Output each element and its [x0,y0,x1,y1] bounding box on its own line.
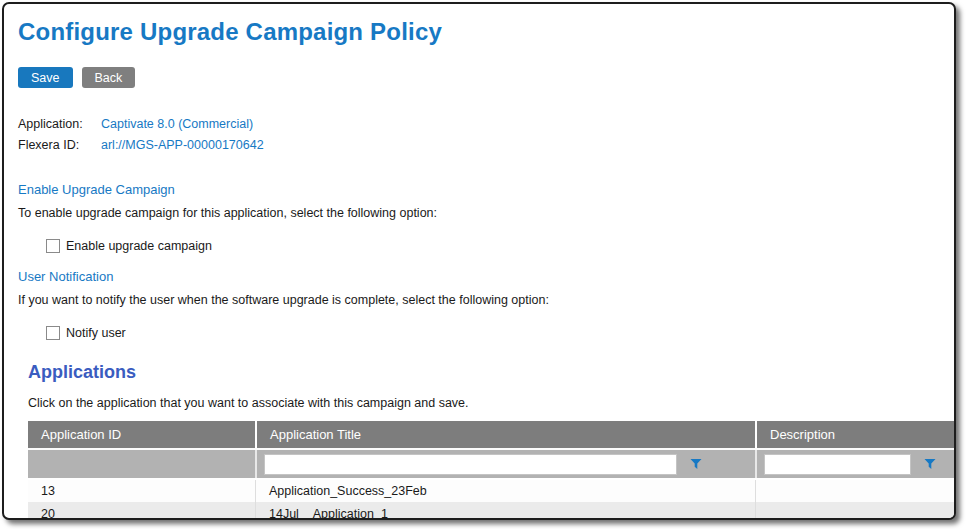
enable-upgrade-campaign-description: To enable upgrade campaign for this appl… [18,206,954,220]
filter-funnel-icon[interactable] [690,458,702,470]
toolbar: Save Back [18,67,954,88]
column-header-application-title[interactable]: Application Title [255,421,755,448]
flexera-id-link[interactable]: arl://MGS-APP-00000170642 [101,138,264,152]
table-filter-row [28,448,956,478]
notify-user-checkbox[interactable] [46,326,60,340]
page-frame: Configure Upgrade Campaign Policy Save B… [2,2,956,520]
enable-upgrade-campaign-heading: Enable Upgrade Campaign [18,182,954,197]
application-title-cell: Application_Success_23Feb [255,480,755,502]
enable-upgrade-campaign-checkbox-row: Enable upgrade campaign [46,239,954,253]
user-notification-description: If you want to notify the user when the … [18,293,954,307]
application-title-cell: 14Jul__Application_1 [255,502,755,520]
table-row[interactable]: 13 Application_Success_23Feb [28,478,956,502]
table-row[interactable]: 20 14Jul__Application_1 [28,502,956,520]
page-title: Configure Upgrade Campaign Policy [18,18,954,46]
back-button[interactable]: Back [82,67,136,88]
description-filter-cell [755,450,956,478]
applications-heading: Applications [28,362,954,383]
enable-upgrade-campaign-checkbox[interactable] [46,239,60,253]
application-id-cell: 13 [28,480,255,502]
filter-funnel-icon[interactable] [924,458,936,470]
applications-table: Application ID Application Title Descrip… [28,421,956,520]
description-cell [755,480,956,502]
description-filter-input[interactable] [764,454,911,475]
application-link[interactable]: Captivate 8.0 (Commercial) [101,117,253,131]
column-header-description[interactable]: Description [755,421,956,448]
enable-upgrade-campaign-checkbox-label[interactable]: Enable upgrade campaign [66,239,212,253]
application-title-filter-cell [255,450,755,478]
application-id-filter-cell [28,450,255,478]
flexera-id-label: Flexera ID: [18,138,101,152]
application-label: Application: [18,117,101,131]
application-id-cell: 20 [28,502,255,520]
column-header-application-id[interactable]: Application ID [28,421,255,448]
notify-user-checkbox-row: Notify user [46,326,954,340]
table-header-row: Application ID Application Title Descrip… [28,421,956,448]
applications-description: Click on the application that you want t… [28,396,954,410]
application-title-filter-input[interactable] [264,454,677,475]
save-button[interactable]: Save [18,67,73,88]
notify-user-checkbox-label[interactable]: Notify user [66,326,126,340]
user-notification-heading: User Notification [18,269,954,284]
description-cell [755,502,956,520]
application-info: Application: Captivate 8.0 (Commercial) … [18,113,954,155]
